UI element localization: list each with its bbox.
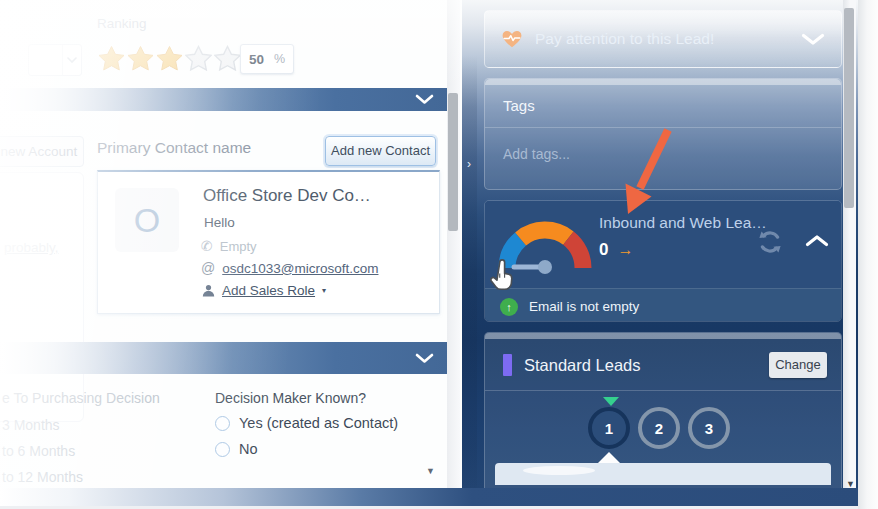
detail-pointer-icon [598,452,620,463]
phone-empty-value: Empty [220,239,257,254]
attention-card-label: Pay attention to this Lead! [535,30,801,48]
primary-contact-label: Primary Contact name [97,139,251,157]
attention-card[interactable]: Pay attention to this Lead! [484,10,842,68]
radio-yes-label[interactable]: Yes (created as Contact) [239,415,398,431]
heart-pulse-icon [501,29,523,49]
chevron-down-icon[interactable] [62,45,81,75]
active-step-marker-icon [603,397,619,406]
time-option[interactable]: 3 Months [2,417,60,433]
next-section-edge [495,463,831,485]
ranking-combobox[interactable] [28,44,82,76]
change-button[interactable]: Change [769,352,827,378]
account-card-faded [0,172,84,422]
time-to-purchasing-label: e To Purchasing Decision [2,390,160,406]
radio-yes[interactable] [215,416,230,431]
frame-edge [858,0,878,509]
stage-card-title: Standard Leads [524,356,769,375]
panel-splitter[interactable] [462,55,477,488]
radio-no-label[interactable]: No [239,441,258,457]
contact-name: Office Store Dev Co… [203,186,371,206]
ranking-percent-input[interactable]: 50 % [240,44,294,74]
scrollbar-thumb[interactable] [844,8,854,208]
star-filled-icon[interactable] [127,45,154,71]
time-option[interactable]: to 12 Months [2,469,83,485]
score-trend-arrow-icon: → [617,241,633,259]
tags-card: Tags Add tags... [484,78,842,190]
caret-down-icon[interactable]: ▾ [322,286,326,295]
chevron-down-icon[interactable] [415,353,434,364]
star-empty-icon[interactable] [185,45,212,71]
chevron-down-icon[interactable] [415,94,434,105]
window-bottom-bar [0,488,858,506]
section-header-collapsed[interactable] [0,342,447,374]
step-2[interactable]: 2 [638,407,680,449]
star-filled-icon[interactable] [98,45,125,71]
probably-link[interactable]: probably, [4,240,59,255]
condition-text: Email is not empty [529,299,639,314]
email-at-icon: @ [201,260,215,276]
step-3[interactable]: 3 [688,407,730,449]
ranking-label: Ranking [97,16,147,31]
divider [485,127,841,128]
decision-maker-label: Decision Maker Known? [215,390,366,406]
contact-greeting: Hello [204,215,235,230]
chevron-up-icon[interactable] [805,234,829,247]
person-icon [202,284,215,297]
lead-score-card: Inbound and Web Lea… 0 → ↑ Email is not … [484,200,842,322]
action-dashboard-panel: › Pay attention to this Lead! Tags Add t… [462,0,858,488]
phone-icon: ✆ [201,238,213,254]
condition-met-up-arrow-icon: ↑ [500,298,518,316]
score-card-title: Inbound and Web Lea… [599,214,769,232]
tags-title: Tags [503,97,823,114]
stage-color-bar [503,354,512,376]
email-link[interactable]: osdc1033@microsoft.com [222,261,378,276]
add-new-contact-button[interactable]: Add new Contact [325,136,436,166]
lead-stage-card: Standard Leads Change 1 2 3 [484,332,842,488]
avatar: O [115,188,179,252]
percent-symbol: % [274,52,285,66]
scrollbar-thumb[interactable] [448,93,458,231]
contact-card: O Office Store Dev Co… Hello ✆ Empty @ o… [97,170,440,314]
section-header-collapsed[interactable] [0,88,447,111]
add-sales-role-link[interactable]: Add Sales Role [222,283,315,298]
panel-expander-chevron[interactable]: › [462,147,476,181]
ranking-stars[interactable] [98,45,241,71]
lead-form-panel: Ranking 50 % Add new Account Primary Con… [0,0,462,488]
radio-no[interactable] [215,442,230,457]
score-value: 0 [599,240,608,260]
chevron-down-icon[interactable] [801,33,825,46]
star-filled-icon[interactable] [156,45,183,71]
score-condition-row: ↑ Email is not empty [485,288,841,322]
time-option[interactable]: to 6 Months [2,443,75,459]
score-gauge [497,214,593,278]
add-tags-input[interactable]: Add tags... [503,146,823,162]
step-1-active[interactable]: 1 [588,407,630,449]
star-empty-icon[interactable] [214,45,241,71]
percent-value: 50 [249,52,264,67]
scroll-down-arrow-icon[interactable]: ▼ [426,466,435,476]
card-top-highlight [485,79,841,85]
refresh-icon[interactable] [757,229,783,255]
add-account-button[interactable]: Add new Account [0,136,84,167]
left-scrollbar[interactable] [447,0,460,488]
right-scrollbar[interactable]: ▼ [843,0,856,488]
